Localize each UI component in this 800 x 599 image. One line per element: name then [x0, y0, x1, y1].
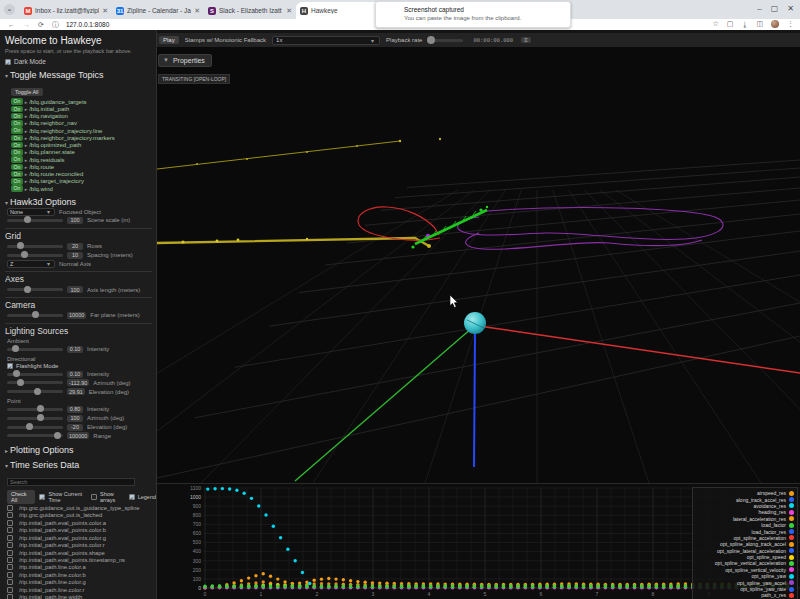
slider-thumb[interactable] [17, 242, 24, 249]
slider-track[interactable] [7, 373, 63, 376]
topic-on-toggle[interactable]: On [11, 98, 23, 105]
playback-rate-slider[interactable] [427, 39, 463, 42]
playback-rate-select[interactable]: 1x ▾ [272, 36, 380, 45]
series-row[interactable]: /rip.initial_path.eval_points.timestamp_… [7, 556, 156, 563]
topic-on-toggle[interactable]: On [11, 185, 23, 192]
slider-thumb[interactable] [34, 388, 41, 395]
topic-on-toggle[interactable]: On [11, 171, 23, 178]
section-heading[interactable]: ▸Plotting Options [5, 445, 156, 455]
topics-heading[interactable]: ▾Toggle Message Topics [5, 70, 156, 80]
slider-thumb[interactable] [13, 370, 20, 377]
topic-on-toggle[interactable]: On [11, 127, 23, 134]
checkbox-icon[interactable]: ✓ [7, 363, 13, 369]
expand-arrow-icon[interactable]: ▸ [25, 135, 28, 141]
url-text[interactable]: 127.0.0.1:8080 [66, 21, 109, 28]
window-maximize-button[interactable]: ▢ [771, 4, 779, 13]
slider-track[interactable] [7, 417, 63, 420]
slider-thumb[interactable] [21, 251, 28, 258]
slider-knob[interactable] [427, 36, 435, 44]
topic-on-toggle[interactable]: On [11, 149, 23, 156]
slider-thumb[interactable] [24, 286, 31, 293]
checkbox-icon[interactable] [7, 579, 13, 585]
viewport-3d[interactable]: ▼ Properties TRANSITING [OPEN-LOOP] [157, 47, 800, 483]
window-minimize-button[interactable]: – [757, 4, 761, 13]
dropdown-select[interactable]: None▾ [7, 208, 55, 216]
browser-tab[interactable]: SSlack - Elizabeth Izatt - Zi✕ [204, 2, 296, 19]
reload-icon[interactable]: ⟳ [38, 21, 44, 29]
dark-mode-toggle[interactable]: ✓ Dark Mode [5, 58, 156, 65]
slider-thumb[interactable] [37, 414, 44, 421]
slider-track[interactable] [7, 245, 63, 248]
slider-thumb[interactable] [24, 216, 31, 223]
topic-on-toggle[interactable]: On [11, 113, 23, 120]
tab-search-icon[interactable]: ⌄ [4, 4, 15, 15]
check-all-button[interactable]: Check All [7, 490, 35, 504]
topic-on-toggle[interactable]: On [11, 142, 23, 149]
series-row[interactable]: /rip.initial_path.line.color.r [7, 586, 156, 593]
browser-tab[interactable]: MInbox - liz.izatt@flyziplin✕ [20, 2, 112, 19]
topic-on-toggle[interactable]: On [11, 120, 23, 127]
tab-close-icon[interactable]: ✕ [102, 7, 108, 15]
topic-on-toggle[interactable]: On [11, 156, 23, 163]
series-row[interactable]: /rip.gnc.guidance_out.is_guidance_type_s… [7, 504, 156, 511]
expand-arrow-icon[interactable]: ▸ [25, 149, 28, 155]
timeseries-chart[interactable]: 0100200300400500600700800900100011000123… [157, 483, 800, 599]
expand-arrow-icon[interactable]: ▸ [25, 157, 28, 163]
slider-track[interactable] [7, 434, 63, 437]
browser-tab[interactable]: 31Zipline - Calendar - Janu✕ [112, 2, 204, 19]
expand-arrow-icon[interactable]: ▸ [25, 128, 28, 134]
checkbox-icon[interactable] [7, 594, 13, 599]
expand-arrow-icon[interactable]: ▸ [25, 186, 28, 192]
forward-icon[interactable]: → [23, 21, 30, 28]
filter-checkbox[interactable]: ✓Legend [129, 491, 156, 503]
checkbox-icon[interactable] [7, 535, 13, 541]
vehicle-sphere[interactable] [464, 312, 486, 334]
topic-on-toggle[interactable]: On [11, 106, 23, 113]
chrome-menu-icon[interactable]: ⋮ [787, 20, 794, 28]
series-row[interactable]: /rip.initial_path.eval_points.shape [7, 549, 156, 556]
tab-close-icon[interactable]: ✕ [194, 7, 200, 15]
series-row[interactable]: /rip.initial_path.line.width [7, 593, 156, 599]
checkbox-icon[interactable] [91, 494, 97, 500]
series-row[interactable]: /rip.initial_path.line.color.a [7, 564, 156, 571]
expand-arrow-icon[interactable]: ▸ [25, 99, 28, 105]
checkbox-icon[interactable] [7, 512, 13, 518]
checkbox-icon[interactable] [7, 564, 13, 570]
dropdown-select[interactable]: Z▾ [7, 260, 55, 268]
series-row[interactable]: /rip.initial_path.eval_points.color.a [7, 519, 156, 526]
filter-checkbox[interactable]: ✓Show Current Time [39, 491, 87, 503]
slider-track[interactable] [7, 426, 63, 429]
expand-arrow-icon[interactable]: ▸ [25, 113, 28, 119]
series-row[interactable]: /rip.initial_path.line.color.g [7, 579, 156, 586]
checkbox-icon[interactable] [7, 557, 13, 563]
checkbox-icon[interactable] [7, 550, 13, 556]
site-info-icon[interactable]: ⓘ [52, 20, 59, 30]
series-row[interactable]: /rip.initial_path.eval_points.color.b [7, 527, 156, 534]
checkbox-icon[interactable] [7, 572, 13, 578]
checkbox-icon[interactable] [7, 505, 13, 511]
slider-track[interactable] [7, 254, 63, 257]
expand-arrow-icon[interactable]: ▸ [25, 171, 28, 177]
expand-arrow-icon[interactable]: ▸ [25, 120, 28, 126]
slider-thumb[interactable] [32, 311, 39, 318]
checkbox-icon[interactable] [7, 520, 13, 526]
checkbox-icon[interactable]: ✓ [39, 494, 45, 500]
tab-close-icon[interactable]: ✕ [286, 7, 292, 15]
side-panel-icon[interactable]: ◫ [756, 20, 763, 28]
playbar-menu-button[interactable]: ≡ [521, 37, 531, 43]
slider-track[interactable] [7, 381, 63, 384]
checkbox-icon[interactable] [7, 587, 13, 593]
properties-header[interactable]: ▼ Properties [158, 54, 212, 67]
window-close-button[interactable]: ✕ [787, 4, 794, 13]
checkbox-icon[interactable] [7, 542, 13, 548]
series-row[interactable]: /rip.initial_path.eval_points.color.g [7, 534, 156, 541]
screenshot-toast[interactable]: Screenshot captured You can paste the im… [375, 1, 571, 28]
section-heading[interactable]: ▾Time Series Data [5, 460, 156, 470]
topic-on-toggle[interactable]: On [11, 178, 23, 185]
bookmark-star-icon[interactable]: ☆ [712, 20, 718, 28]
slider-thumb[interactable] [26, 423, 33, 430]
slider-track[interactable] [7, 219, 63, 222]
expand-arrow-icon[interactable]: ▸ [25, 164, 28, 170]
slider-track[interactable] [7, 314, 63, 317]
toggle-all-button[interactable]: Toggle All [11, 88, 43, 96]
